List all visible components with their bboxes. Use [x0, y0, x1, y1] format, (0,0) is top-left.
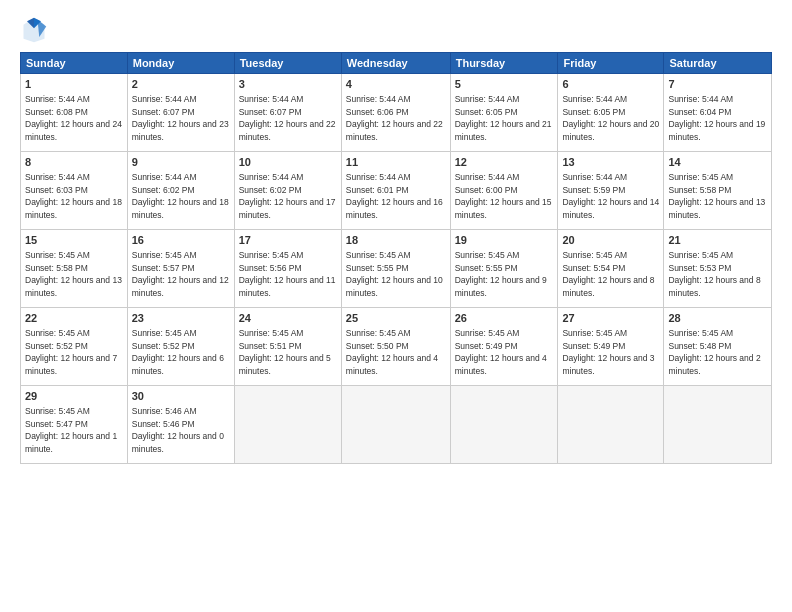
col-thursday: Thursday: [450, 53, 558, 74]
day-info: Sunrise: 5:44 AMSunset: 6:02 PMDaylight:…: [132, 172, 229, 220]
day-number: 7: [668, 77, 767, 92]
table-row: 17Sunrise: 5:45 AMSunset: 5:56 PMDayligh…: [234, 230, 341, 308]
table-row: [558, 386, 664, 464]
day-info: Sunrise: 5:44 AMSunset: 6:04 PMDaylight:…: [668, 94, 765, 142]
day-number: 8: [25, 155, 123, 170]
day-number: 30: [132, 389, 230, 404]
day-info: Sunrise: 5:44 AMSunset: 6:08 PMDaylight:…: [25, 94, 122, 142]
table-row: 29Sunrise: 5:45 AMSunset: 5:47 PMDayligh…: [21, 386, 128, 464]
day-info: Sunrise: 5:44 AMSunset: 6:06 PMDaylight:…: [346, 94, 443, 142]
table-row: 14Sunrise: 5:45 AMSunset: 5:58 PMDayligh…: [664, 152, 772, 230]
table-row: 22Sunrise: 5:45 AMSunset: 5:52 PMDayligh…: [21, 308, 128, 386]
day-info: Sunrise: 5:44 AMSunset: 6:01 PMDaylight:…: [346, 172, 443, 220]
table-row: 1Sunrise: 5:44 AMSunset: 6:08 PMDaylight…: [21, 74, 128, 152]
day-info: Sunrise: 5:44 AMSunset: 6:05 PMDaylight:…: [455, 94, 552, 142]
day-number: 25: [346, 311, 446, 326]
col-friday: Friday: [558, 53, 664, 74]
calendar-header-row: Sunday Monday Tuesday Wednesday Thursday…: [21, 53, 772, 74]
day-number: 27: [562, 311, 659, 326]
day-info: Sunrise: 5:45 AMSunset: 5:51 PMDaylight:…: [239, 328, 331, 376]
table-row: 20Sunrise: 5:45 AMSunset: 5:54 PMDayligh…: [558, 230, 664, 308]
logo: [20, 16, 52, 44]
day-number: 22: [25, 311, 123, 326]
day-info: Sunrise: 5:44 AMSunset: 6:00 PMDaylight:…: [455, 172, 552, 220]
day-number: 13: [562, 155, 659, 170]
table-row: 28Sunrise: 5:45 AMSunset: 5:48 PMDayligh…: [664, 308, 772, 386]
day-number: 10: [239, 155, 337, 170]
table-row: 5Sunrise: 5:44 AMSunset: 6:05 PMDaylight…: [450, 74, 558, 152]
day-info: Sunrise: 5:45 AMSunset: 5:52 PMDaylight:…: [132, 328, 224, 376]
day-info: Sunrise: 5:45 AMSunset: 5:49 PMDaylight:…: [562, 328, 654, 376]
day-number: 6: [562, 77, 659, 92]
day-number: 16: [132, 233, 230, 248]
table-row: 12Sunrise: 5:44 AMSunset: 6:00 PMDayligh…: [450, 152, 558, 230]
day-info: Sunrise: 5:46 AMSunset: 5:46 PMDaylight:…: [132, 406, 224, 454]
day-info: Sunrise: 5:45 AMSunset: 5:58 PMDaylight:…: [668, 172, 765, 220]
table-row: 6Sunrise: 5:44 AMSunset: 6:05 PMDaylight…: [558, 74, 664, 152]
day-info: Sunrise: 5:44 AMSunset: 6:07 PMDaylight:…: [132, 94, 229, 142]
day-number: 15: [25, 233, 123, 248]
col-tuesday: Tuesday: [234, 53, 341, 74]
day-number: 12: [455, 155, 554, 170]
day-number: 26: [455, 311, 554, 326]
table-row: 7Sunrise: 5:44 AMSunset: 6:04 PMDaylight…: [664, 74, 772, 152]
day-info: Sunrise: 5:45 AMSunset: 5:55 PMDaylight:…: [455, 250, 547, 298]
day-info: Sunrise: 5:45 AMSunset: 5:56 PMDaylight:…: [239, 250, 336, 298]
table-row: 13Sunrise: 5:44 AMSunset: 5:59 PMDayligh…: [558, 152, 664, 230]
day-number: 21: [668, 233, 767, 248]
day-info: Sunrise: 5:45 AMSunset: 5:47 PMDaylight:…: [25, 406, 117, 454]
table-row: 25Sunrise: 5:45 AMSunset: 5:50 PMDayligh…: [341, 308, 450, 386]
calendar-table: Sunday Monday Tuesday Wednesday Thursday…: [20, 52, 772, 464]
table-row: 15Sunrise: 5:45 AMSunset: 5:58 PMDayligh…: [21, 230, 128, 308]
col-monday: Monday: [127, 53, 234, 74]
table-row: 10Sunrise: 5:44 AMSunset: 6:02 PMDayligh…: [234, 152, 341, 230]
day-info: Sunrise: 5:45 AMSunset: 5:53 PMDaylight:…: [668, 250, 760, 298]
day-number: 5: [455, 77, 554, 92]
day-number: 28: [668, 311, 767, 326]
day-number: 14: [668, 155, 767, 170]
day-info: Sunrise: 5:45 AMSunset: 5:50 PMDaylight:…: [346, 328, 438, 376]
table-row: [664, 386, 772, 464]
day-info: Sunrise: 5:45 AMSunset: 5:48 PMDaylight:…: [668, 328, 760, 376]
table-row: 2Sunrise: 5:44 AMSunset: 6:07 PMDaylight…: [127, 74, 234, 152]
table-row: 3Sunrise: 5:44 AMSunset: 6:07 PMDaylight…: [234, 74, 341, 152]
day-number: 24: [239, 311, 337, 326]
day-number: 1: [25, 77, 123, 92]
table-row: 21Sunrise: 5:45 AMSunset: 5:53 PMDayligh…: [664, 230, 772, 308]
page-header: [20, 16, 772, 44]
table-row: 8Sunrise: 5:44 AMSunset: 6:03 PMDaylight…: [21, 152, 128, 230]
table-row: 11Sunrise: 5:44 AMSunset: 6:01 PMDayligh…: [341, 152, 450, 230]
day-info: Sunrise: 5:44 AMSunset: 6:03 PMDaylight:…: [25, 172, 122, 220]
day-info: Sunrise: 5:45 AMSunset: 5:52 PMDaylight:…: [25, 328, 117, 376]
day-number: 29: [25, 389, 123, 404]
col-wednesday: Wednesday: [341, 53, 450, 74]
table-row: [341, 386, 450, 464]
day-info: Sunrise: 5:45 AMSunset: 5:54 PMDaylight:…: [562, 250, 654, 298]
day-info: Sunrise: 5:45 AMSunset: 5:57 PMDaylight:…: [132, 250, 229, 298]
day-info: Sunrise: 5:45 AMSunset: 5:49 PMDaylight:…: [455, 328, 547, 376]
table-row: 18Sunrise: 5:45 AMSunset: 5:55 PMDayligh…: [341, 230, 450, 308]
calendar-page: Sunday Monday Tuesday Wednesday Thursday…: [0, 0, 792, 612]
table-row: 9Sunrise: 5:44 AMSunset: 6:02 PMDaylight…: [127, 152, 234, 230]
table-row: 4Sunrise: 5:44 AMSunset: 6:06 PMDaylight…: [341, 74, 450, 152]
day-number: 3: [239, 77, 337, 92]
day-info: Sunrise: 5:44 AMSunset: 6:05 PMDaylight:…: [562, 94, 659, 142]
table-row: 19Sunrise: 5:45 AMSunset: 5:55 PMDayligh…: [450, 230, 558, 308]
day-info: Sunrise: 5:45 AMSunset: 5:55 PMDaylight:…: [346, 250, 443, 298]
table-row: [450, 386, 558, 464]
day-info: Sunrise: 5:44 AMSunset: 5:59 PMDaylight:…: [562, 172, 659, 220]
table-row: [234, 386, 341, 464]
day-number: 4: [346, 77, 446, 92]
table-row: 24Sunrise: 5:45 AMSunset: 5:51 PMDayligh…: [234, 308, 341, 386]
day-number: 20: [562, 233, 659, 248]
day-info: Sunrise: 5:44 AMSunset: 6:02 PMDaylight:…: [239, 172, 336, 220]
day-number: 9: [132, 155, 230, 170]
day-number: 11: [346, 155, 446, 170]
day-number: 17: [239, 233, 337, 248]
day-number: 23: [132, 311, 230, 326]
day-info: Sunrise: 5:45 AMSunset: 5:58 PMDaylight:…: [25, 250, 122, 298]
table-row: 16Sunrise: 5:45 AMSunset: 5:57 PMDayligh…: [127, 230, 234, 308]
table-row: 23Sunrise: 5:45 AMSunset: 5:52 PMDayligh…: [127, 308, 234, 386]
col-sunday: Sunday: [21, 53, 128, 74]
day-number: 18: [346, 233, 446, 248]
